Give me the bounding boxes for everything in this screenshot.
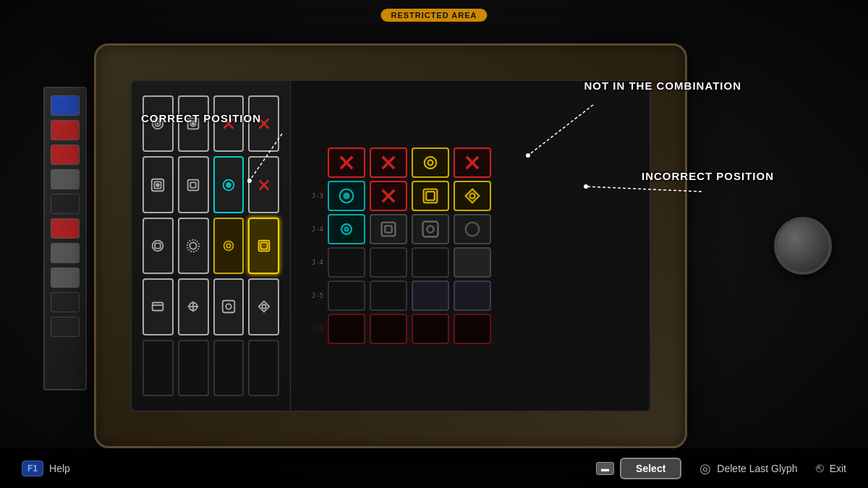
attempt-cell-yellow3[interactable] [454,181,491,211]
symbol-cell-empty[interactable] [213,340,244,396]
select-key-icon: ▬ [596,462,614,475]
attempt-cell-cyan[interactable] [328,181,365,211]
svg-rect-55 [385,226,391,232]
symbol-cell-empty[interactable] [142,340,174,396]
attempt-row-6: J-6 [302,314,639,344]
symbol-cell[interactable] [178,278,209,335]
svg-point-40 [425,157,436,168]
symbol-selector-grid[interactable] [132,81,291,411]
attempt-cell-gray2[interactable] [412,214,449,244]
hud-right: ▬ Select ◎ Delete Last Glyph ⎋ Exit [596,458,846,479]
row-label-3: J-4 [302,226,323,233]
attempt-cell-empty[interactable] [328,281,365,311]
attempt-cell-empty[interactable] [412,247,449,278]
left-btn-gray-2[interactable] [51,243,80,263]
svg-rect-14 [190,182,195,187]
svg-rect-33 [223,301,235,313]
left-btn-blue[interactable] [51,95,80,116]
svg-point-35 [262,305,266,309]
attempt-cell[interactable] [328,147,365,178]
symbol-cell[interactable] [142,95,174,152]
left-btn-red-3[interactable] [51,218,80,239]
attempt-cell-empty[interactable] [454,281,491,311]
svg-point-24 [224,241,233,251]
svg-point-34 [226,304,231,309]
row-label-5: J-5 [302,292,323,299]
symbol-cell-empty[interactable] [178,340,209,396]
attempt-cell-empty[interactable] [370,281,407,311]
svg-point-52 [341,224,352,234]
left-btn-red-1[interactable] [51,120,80,140]
attempt-cell-yellow[interactable] [412,147,449,178]
left-btn-dark-3[interactable] [51,317,80,337]
svg-rect-56 [423,222,438,237]
symbol-cell[interactable] [142,156,174,213]
svg-rect-50 [426,192,435,200]
svg-point-23 [187,240,200,252]
attempt-grid: J-3 J-4 [291,81,650,411]
right-knob[interactable] [774,217,832,275]
restricted-banner: RESTRICTED AREA [380,9,487,22]
attempt-cell[interactable] [370,181,407,211]
symbol-cell[interactable] [142,278,174,335]
attempt-cell-yellow2[interactable] [412,181,449,211]
symbol-cell-x[interactable] [213,95,244,152]
svg-point-51 [470,194,475,199]
attempt-cell-empty[interactable] [454,247,491,278]
symbol-cell-empty[interactable] [248,340,279,396]
symbol-cell-cyan[interactable] [213,156,244,213]
attempt-cell-locked [328,314,365,344]
symbol-cell[interactable] [213,278,244,335]
symbol-cell-yellow[interactable] [213,218,244,274]
svg-rect-21 [156,243,161,248]
symbol-cell[interactable] [142,218,174,274]
svg-point-17 [228,184,229,186]
svg-point-25 [226,244,231,248]
symbol-cell[interactable] [178,95,209,152]
attempt-row-4: J-4 [302,247,639,278]
exit-icon: ⎋ [816,461,824,476]
left-btn-dark-2[interactable] [51,292,80,312]
attempt-cell-gray[interactable] [370,214,407,244]
select-button[interactable]: Select [620,458,681,479]
attempt-cell-gray3[interactable] [454,214,491,244]
svg-point-53 [345,228,349,231]
attempt-row-2: J-3 [302,181,639,211]
symbol-cell-x2[interactable] [248,156,279,213]
svg-point-46 [346,195,347,197]
symbol-cell-selected[interactable] [248,218,279,274]
terminal-frame: J-3 J-4 [94,43,687,448]
symbol-cell[interactable] [178,218,209,274]
row-label-4: J-4 [302,259,323,266]
delete-label: Delete Last Glyph [717,463,797,474]
help-label: Help [49,463,70,474]
attempt-cell-cyan2[interactable] [328,214,365,244]
svg-rect-28 [153,303,163,311]
attempt-cell-empty[interactable] [328,247,365,278]
f1-key[interactable]: F1 [22,461,43,476]
attempt-cell[interactable] [454,147,491,178]
attempt-row-5: J-5 [302,281,639,311]
left-btn-red-2[interactable] [51,145,80,165]
svg-point-2 [157,123,158,124]
help-hud-item: F1 Help [22,461,70,476]
symbol-cell[interactable] [248,95,279,152]
attempt-cell-empty[interactable] [412,281,449,311]
left-btn-gray-1[interactable] [51,169,80,189]
svg-point-12 [157,184,160,187]
symbol-cell[interactable] [248,278,279,335]
left-btn-gray-3[interactable] [51,267,80,288]
select-hud-item: ▬ Select [596,458,681,479]
attempt-cell-locked [370,314,407,344]
attempt-cell-empty[interactable] [370,247,407,278]
attempt-cell-locked [454,314,491,344]
svg-rect-13 [188,179,199,190]
svg-point-20 [153,241,163,252]
svg-rect-27 [260,242,267,249]
attempt-cell[interactable] [370,147,407,178]
symbol-cell[interactable] [178,156,209,213]
svg-point-5 [192,123,195,125]
left-btn-dark-1[interactable] [51,194,80,214]
svg-point-57 [427,226,433,232]
svg-point-58 [466,223,480,236]
